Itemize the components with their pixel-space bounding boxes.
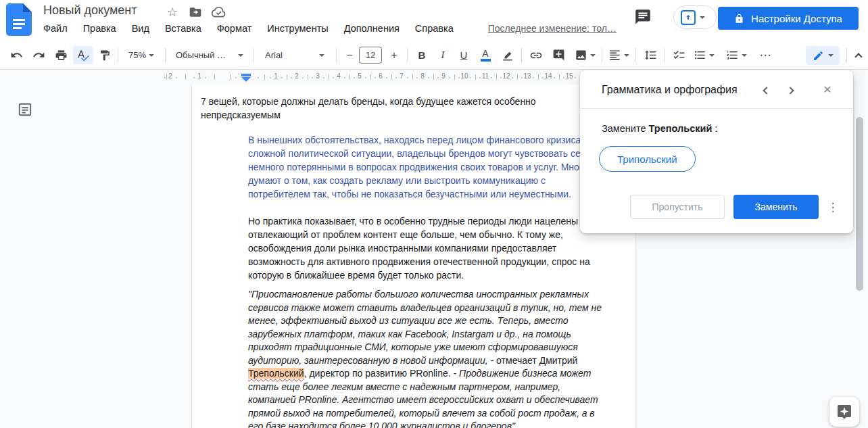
increase-font-size-button[interactable]: + xyxy=(386,46,402,64)
ruler-tick xyxy=(264,74,265,80)
spellcheck-button[interactable] xyxy=(73,46,93,64)
menu-tools[interactable]: Инструменты xyxy=(267,23,328,34)
replace-button[interactable]: Заменить xyxy=(733,195,819,219)
comments-button[interactable] xyxy=(634,8,653,27)
ruler-tick xyxy=(517,74,518,80)
ruler-tick xyxy=(214,74,215,80)
ruler-tick xyxy=(329,74,329,80)
more-options-button[interactable]: ⋮ xyxy=(823,197,842,216)
menu-file[interactable]: Файл xyxy=(43,23,68,34)
hide-menus-button[interactable] xyxy=(850,46,867,64)
redo-button[interactable] xyxy=(30,46,47,64)
more-tools-button[interactable]: ⋯ xyxy=(756,46,775,64)
last-edit-link[interactable]: Последнее изменение: тол… xyxy=(488,23,617,34)
ruler-tick xyxy=(365,77,366,78)
text-line: зарубежных платформ, таких как Facebook,… xyxy=(248,328,635,341)
menu-insert[interactable]: Вставка xyxy=(165,23,201,34)
explore-button[interactable] xyxy=(829,397,859,427)
vertical-scrollbar-thumb[interactable] xyxy=(856,117,863,291)
menu-edit[interactable]: Правка xyxy=(83,23,116,34)
editing-mode-button[interactable] xyxy=(806,46,840,65)
print-button[interactable] xyxy=(53,46,69,64)
next-suggestion-button[interactable] xyxy=(783,84,797,97)
toolbar: 75% Обычный … Arial − 12 + B I U A xyxy=(0,41,868,70)
chevron-down-icon xyxy=(590,54,596,57)
highlight-color-button[interactable] xyxy=(498,46,517,64)
text-line: непредсказуемым xyxy=(201,108,635,122)
text-line: немного потерянными в вопросах продвижен… xyxy=(248,160,635,174)
insert-link-button[interactable] xyxy=(527,46,546,64)
ruler-number: 15 xyxy=(565,72,573,80)
align-button[interactable] xyxy=(606,46,631,64)
text-line: компанией PRonline. Агентство имеет всер… xyxy=(248,394,635,407)
bulleted-list-button[interactable] xyxy=(691,46,717,64)
outline-icon xyxy=(18,102,32,117)
document-title[interactable]: Новый документ xyxy=(43,3,137,18)
close-dialog-button[interactable]: × xyxy=(818,80,837,99)
redo-icon xyxy=(32,49,45,62)
ruler-tick xyxy=(433,74,434,80)
previous-suggestion-button[interactable] xyxy=(760,84,773,97)
zoom-select[interactable]: 75% xyxy=(123,46,160,64)
star-icon[interactable]: ☆ xyxy=(165,5,180,20)
present-dropdown-icon[interactable] xyxy=(700,16,705,19)
style-value: Обычный … xyxy=(176,50,226,60)
underline-button[interactable]: U xyxy=(455,46,473,64)
font-size-input[interactable]: 12 xyxy=(359,47,382,64)
line-spacing-button[interactable] xyxy=(641,46,660,64)
text-segment: Но практика показывает, что в особенно т… xyxy=(248,216,591,227)
font-family-select[interactable]: Arial xyxy=(260,46,330,64)
checklist-button[interactable] xyxy=(669,46,688,64)
google-docs-logo-icon[interactable] xyxy=(6,3,32,36)
ruler-tick xyxy=(428,77,429,78)
text-segment: "Приостановление работы большого количес… xyxy=(248,289,589,300)
text-line: приходят традиционные СМИ, которые уже и… xyxy=(248,341,635,354)
ruler-tick xyxy=(412,74,413,80)
text-line: освобождения доли рынка иностранными ком… xyxy=(248,241,635,255)
toolbar-divider xyxy=(253,48,254,62)
toolbar-divider xyxy=(118,48,118,62)
presentation-mode-button[interactable] xyxy=(673,5,717,29)
menu-help[interactable]: Справка xyxy=(415,23,454,34)
cloud-saved-icon[interactable] xyxy=(211,5,226,20)
ruler-tick xyxy=(542,77,544,78)
document-outline-button[interactable] xyxy=(17,102,33,118)
bold-button[interactable]: B xyxy=(413,46,431,64)
ruler-tick xyxy=(554,77,555,78)
menu-addons[interactable]: Дополнения xyxy=(344,23,400,34)
skip-button[interactable]: Пропустить xyxy=(630,195,725,219)
menu-view[interactable]: Вид xyxy=(132,23,149,34)
menu-format[interactable]: Формат xyxy=(217,23,252,34)
ruler-tick xyxy=(349,74,350,80)
add-comment-button[interactable] xyxy=(549,46,568,64)
text-color-button[interactable]: A xyxy=(476,46,495,64)
document-text: 7 вещей, которые должны делать бренды, к… xyxy=(191,85,635,428)
flagged-word-highlight[interactable]: Трепольский xyxy=(248,368,304,379)
ruler-tick xyxy=(407,77,408,78)
checklist-icon xyxy=(673,49,685,62)
indent-marker[interactable] xyxy=(241,74,251,83)
font-value: Arial xyxy=(265,50,283,60)
ruler-tick xyxy=(395,77,397,78)
undo-button[interactable] xyxy=(8,46,24,64)
suggestion-chip[interactable]: Трипольский xyxy=(599,146,696,172)
ruler-number: 4 xyxy=(337,72,341,80)
share-settings-button[interactable]: Настройки Доступа xyxy=(718,7,859,30)
add-comment-icon xyxy=(552,49,565,62)
ruler-tick xyxy=(491,77,492,78)
paint-format-button[interactable] xyxy=(97,46,113,64)
ruler-tick xyxy=(563,77,564,78)
insert-image-button[interactable] xyxy=(571,46,598,64)
ruler-tick xyxy=(386,77,387,78)
decrease-font-size-button[interactable]: − xyxy=(341,46,358,64)
numbered-list-button[interactable] xyxy=(723,46,749,64)
italic-button[interactable]: I xyxy=(434,46,452,64)
ruler-number: 5 xyxy=(358,72,362,80)
move-to-folder-icon[interactable] xyxy=(188,5,203,20)
numbered-list-icon xyxy=(726,49,739,62)
paragraph-style-select[interactable]: Обычный … xyxy=(172,46,247,64)
text-segment: - Продвижение бизнеса может xyxy=(451,368,592,379)
text-line: отвлекающий от проблем контент еще больш… xyxy=(248,228,635,241)
text-line: менее, эффективный выход из ситуации все… xyxy=(248,314,635,328)
ruler-number: 14 xyxy=(544,72,552,80)
